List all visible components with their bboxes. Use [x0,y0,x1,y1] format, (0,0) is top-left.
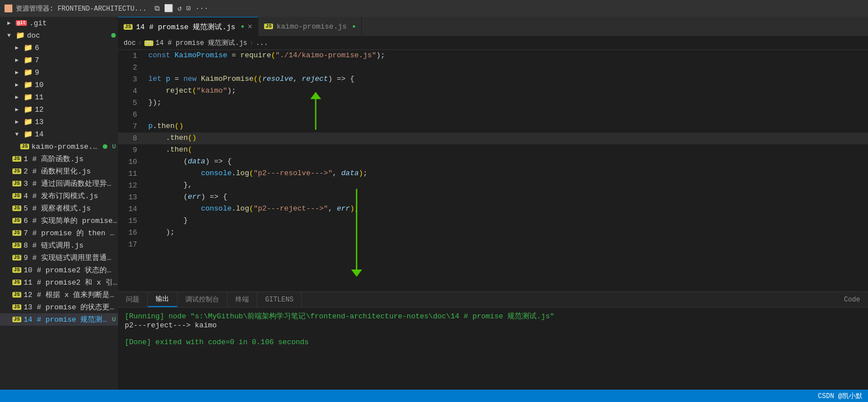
js-icon-4: JS [12,193,21,199]
line-content-2 [146,62,868,74]
panel-tab-issues[interactable]: 问题 [118,292,148,307]
chevron-right-icon-12: ▶ [12,106,21,113]
sidebar-item-git[interactable]: ▶ git .git [0,17,118,29]
sidebar-item-js9[interactable]: JS 9 # 实现链式调用里普通值处理.js [0,252,118,264]
title-text: 资源管理器: FRONTEND-ARCHITECTU... [16,4,147,13]
chevron-right-icon-10: ▶ [12,81,21,88]
sidebar-item-js3[interactable]: JS 3 # 通过回调函数处理异步并发问题.js [0,177,118,190]
line-number-2: 2 [118,62,146,74]
code-line-5: 5}); [118,97,868,109]
tab-kaimo-promise[interactable]: JS kaimo-promise.js ● [258,17,362,36]
sidebar-item-js13[interactable]: JS 13 # promise 的状态更改问题.js [0,301,118,313]
line-content-7: p.then() [146,121,868,133]
sidebar-item-6[interactable]: ▶ 📁 6 [0,42,118,54]
sidebar-item-js11[interactable]: JS 11 # promise2 和 x 引用同一个变量.js [0,276,118,289]
code-editor[interactable]: 1const KaimoPromise = require("./14/kaim… [118,50,868,250]
panel-code-button[interactable]: Code [836,292,868,307]
line-number-8: 8 [118,133,146,144]
sidebar-item-js6-label: 6 # 实现简单的 promise.js [24,216,118,226]
kaimo-badge-u: U [112,143,116,150]
panel-done-line: [Done] exited with code=0 in 0.106 secon… [125,338,861,346]
editor-wrapper: 1const KaimoPromise = require("./14/kaim… [118,50,868,291]
chevron-right-icon-9: ▶ [12,69,21,76]
sidebar-item-14[interactable]: ▼ 📁 14 [0,128,118,140]
status-bar: CSDN @凯小默 [0,390,868,402]
sidebar-item-kaimo-promise[interactable]: JS kaimo-promise.js U [0,140,118,153]
sidebar-item-9[interactable]: ▶ 📁 9 [0,66,118,79]
sidebar-item-js2[interactable]: JS 2 # 函数柯里化.js [0,165,118,177]
tab-js-icon-2: JS [264,24,273,29]
panel-content: [Running] node "s:\MyGithub\前端架构学习笔记\fro… [118,308,868,390]
sidebar-item-11-label: 11 [35,93,118,102]
sidebar-item-js4[interactable]: JS 4 # 发布订阅模式.js [0,190,118,202]
chevron-right-icon-13: ▶ [12,118,21,125]
js-icon-13: JS [12,304,21,310]
code-line-8: 8 .then() [118,133,868,144]
sidebar-item-10[interactable]: ▶ 📁 10 [0,79,118,91]
sidebar-item-js14[interactable]: JS 14 # promise 规范测试.js U [0,313,118,326]
sidebar-item-js6[interactable]: JS 6 # 实现简单的 promise.js [0,214,118,227]
line-number-16: 16 [118,227,146,239]
tab-js-icon-1: JS [124,24,133,30]
line-number-15: 15 [118,215,146,227]
folder-icon-10: 📁 [24,80,33,89]
breadcrumb-sep-1: › [138,39,142,47]
line-content-10: (data) => { [146,156,868,168]
panel-tab-terminal[interactable]: 终端 [228,292,257,307]
panel-tab-debug[interactable]: 调试控制台 [178,292,228,307]
js-icon-7: JS [12,230,21,236]
js14-badge-u: U [112,316,116,323]
title-icon-copy[interactable]: ⧉ [154,4,160,13]
sidebar-item-12-label: 12 [35,106,118,114]
sidebar-item-js10[interactable]: JS 10 # promise2 状态的处理.js [0,264,118,276]
folder-icon-11: 📁 [24,93,33,102]
panel-running-line: [Running] node "s:\MyGithub\前端架构学习笔记\fro… [125,311,861,321]
line-content-16: ); [146,227,868,239]
tab-label-2: kaimo-promise.js [276,22,347,31]
line-number-10: 10 [118,156,146,168]
title-icon-new-file[interactable]: ⊡ [187,4,191,13]
sidebar-item-doc[interactable]: ▼ 📁 doc [0,29,118,42]
chevron-right-icon: ▶ [4,20,13,26]
sidebar-item-js11-label: 11 # promise2 和 x 引用同一个变量.js [24,277,118,287]
sidebar-item-js12[interactable]: JS 12 # 根据 x 值来判断是成功还是失败.js [0,289,118,301]
sidebar-item-js14-label: 14 # promise 规范测试.js [24,314,110,325]
folder-icon-13: 📁 [24,117,33,126]
line-content-11: console.log("p2---resolve--->", data); [146,168,868,180]
sidebar-item-12[interactable]: ▶ 📁 12 [0,103,118,116]
sidebar-item-13[interactable]: ▶ 📁 13 [0,116,118,128]
sidebar-item-11[interactable]: ▶ 📁 11 [0,91,118,103]
sidebar-item-js1[interactable]: JS 1 # 高阶函数.js [0,153,118,165]
panel-tab-gitlens[interactable]: GITLENS [257,292,302,307]
title-icon-more[interactable]: ··· [195,4,208,13]
code-line-4: 4 reject("kaimo"); [118,85,868,97]
sidebar-item-js5[interactable]: JS 5 # 观察者模式.js [0,202,118,214]
sidebar: ▶ git .git ▼ 📁 doc ▶ 📁 6 ▶ 📁 7 ▶ 📁 9 [0,17,118,390]
code-line-11: 11 console.log("p2---resolve--->", data)… [118,168,868,180]
line-content-15: } [146,215,868,227]
code-line-17: 17 [118,239,868,250]
tab-close-1[interactable]: × [248,22,252,31]
code-line-6: 6 [118,109,868,121]
panel-tab-output[interactable]: 输出 [148,292,178,307]
js-icon-9: JS [12,255,21,261]
sidebar-item-js7[interactable]: JS 7 # promise 的 then 方法.js [0,227,118,239]
js-icon-8: JS [12,243,21,248]
sidebar-item-7[interactable]: ▶ 📁 7 [0,54,118,66]
sidebar-item-git-label: .git [29,19,118,28]
panel-blank-line [125,330,861,338]
sidebar-item-6-label: 6 [35,44,118,52]
title-icon-refresh[interactable]: ↺ [178,4,182,13]
tab-promise-test[interactable]: JS 14 # promise 规范测试.js ● × [118,17,258,36]
js-icon-14: JS [12,317,21,322]
sidebar-item-js8[interactable]: JS 8 # 链式调用.js [0,239,118,252]
sidebar-item-js8-label: 8 # 链式调用.js [24,240,118,250]
kaimo-dot [103,144,107,149]
line-content-6 [146,109,868,121]
sidebar-item-10-label: 10 [35,81,118,89]
title-icon-split[interactable]: ⬜ [164,4,173,13]
line-number-7: 7 [118,121,146,133]
code-line-2: 2 [118,62,868,74]
sidebar-item-js1-label: 1 # 高阶函数.js [24,154,118,164]
status-bar-right: CSDN @凯小默 [818,391,862,401]
